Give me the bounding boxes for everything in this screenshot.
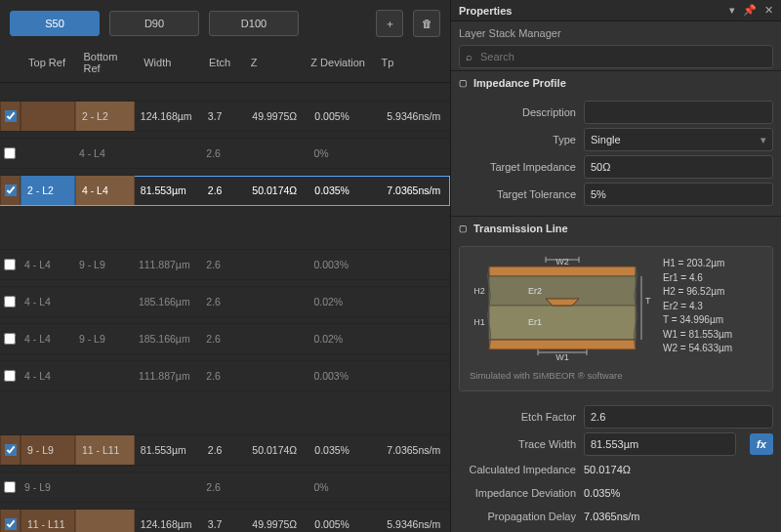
cell-bot: 2 - L2 [75, 102, 135, 131]
cell-e: 2.6 [200, 287, 245, 316]
cell-z: 50.0174Ω [246, 176, 308, 205]
section-transmission-line[interactable]: ▢Transmission Line [451, 216, 781, 240]
cell-bot: 4 - L4 [73, 139, 133, 168]
search-input[interactable] [478, 50, 766, 63]
svg-rect-2 [489, 306, 636, 340]
cell-z [245, 250, 308, 279]
row-checkbox[interactable] [4, 481, 16, 493]
cell-w: 111.887µm [133, 250, 200, 279]
row-checkbox[interactable] [4, 147, 16, 159]
add-profile-button[interactable]: ＋ [376, 10, 403, 37]
table-row[interactable]: 9 - L92.60% [0, 472, 450, 503]
header-width[interactable]: Width [140, 53, 205, 72]
panel-subtitle: Layer Stack Manager [459, 27, 773, 39]
panel-dropdown-icon[interactable]: ▾ [729, 4, 735, 17]
svg-text:W2: W2 [555, 257, 569, 266]
legend-item: Er2 = 4.3 [663, 300, 762, 314]
table-row[interactable]: 4 - L42.60% [0, 139, 450, 169]
cell-w: 185.166µm [133, 287, 200, 316]
search-box[interactable]: ⌕ [459, 45, 773, 68]
cell-tp: 7.0365ns/m [381, 176, 450, 205]
svg-text:H1: H1 [473, 317, 485, 327]
section-impedance-profile[interactable]: ▢Impedance Profile [451, 70, 781, 95]
header-bottom-ref[interactable]: Bottom Ref [80, 47, 141, 78]
cell-e: 3.7 [202, 102, 247, 131]
table-row[interactable]: 4 - L49 - L9185.166µm2.60.02% [0, 324, 450, 354]
tab-d100[interactable]: D100 [209, 11, 299, 36]
cell-bot: 4 - L4 [75, 176, 135, 205]
profile-input[interactable]: 5% [584, 183, 773, 206]
cell-top: 4 - L4 [19, 287, 73, 316]
cell-z [245, 361, 308, 390]
row-checkbox[interactable] [5, 110, 17, 122]
svg-rect-3 [489, 340, 636, 349]
cell-e: 2.6 [200, 324, 245, 353]
table-row[interactable]: 4 - L4185.166µm2.60.02% [0, 287, 450, 317]
cell-e: 2.6 [200, 250, 245, 279]
header-top-ref[interactable]: Top Ref [24, 53, 79, 72]
cell-w: 81.553µm [135, 176, 202, 205]
cell-z: 49.9975Ω [246, 102, 308, 131]
cell-tp: 5.9346ns/m [381, 510, 450, 532]
table-row[interactable]: 2 - L24 - L481.553µm2.650.0174Ω0.035%7.0… [0, 176, 450, 206]
table-row[interactable]: 9 - L911 - L1181.553µm2.650.0174Ω0.035%7… [0, 435, 450, 466]
row-checkbox[interactable] [4, 259, 16, 270]
profile-label: Target Impedance [459, 161, 576, 173]
properties-panel: Properties ▾ 📌 ✕ Layer Stack Manager ⌕ ▢… [450, 0, 781, 532]
panel-close-icon[interactable]: ✕ [764, 4, 773, 17]
row-checkbox[interactable] [4, 333, 16, 345]
header-z[interactable]: Z [247, 53, 308, 72]
profile-select[interactable]: Single▾ [584, 128, 773, 151]
cell-e: 2.6 [200, 472, 245, 502]
delete-profile-button[interactable]: 🗑 [413, 10, 440, 37]
row-checkbox[interactable] [5, 518, 17, 530]
tline-input[interactable]: 2.6 [584, 405, 773, 429]
row-checkbox[interactable] [5, 184, 17, 196]
cell-z: 49.9975Ω [246, 510, 308, 532]
profile-label: Target Tolerance [459, 188, 576, 200]
fx-button[interactable]: fx [750, 433, 773, 455]
tline-label: Propagation Delay [459, 511, 576, 522]
search-icon: ⌕ [466, 51, 473, 62]
profile-input[interactable] [584, 101, 773, 124]
cell-zd: 0.003% [308, 250, 380, 279]
header-z-deviation[interactable]: Z Deviation [307, 53, 377, 72]
table-row[interactable]: 11 - L11124.168µm3.749.9975Ω0.005%5.9346… [0, 510, 450, 532]
svg-text:Er2: Er2 [528, 286, 542, 296]
profile-label: Description [459, 106, 576, 118]
cell-top: 9 - L9 [19, 472, 73, 502]
tab-d90[interactable]: D90 [109, 11, 199, 36]
panel-pin-icon[interactable]: 📌 [743, 4, 757, 17]
cell-bot [73, 287, 133, 316]
cell-bot: 9 - L9 [73, 324, 133, 353]
cell-top: 4 - L4 [19, 250, 73, 279]
cell-tp: 5.9346ns/m [381, 102, 450, 131]
table-row[interactable]: 4 - L49 - L9111.887µm2.60.003% [0, 250, 450, 280]
table-row[interactable]: 2 - L2124.168µm3.749.9975Ω0.005%5.9346ns… [0, 102, 450, 132]
legend-item: W2 = 54.633µm [663, 342, 762, 356]
diagram-legend: H1 = 203.2µmEr1 = 4.6H2 = 96.52µmEr2 = 4… [663, 257, 762, 364]
svg-text:W1: W1 [555, 352, 569, 362]
cell-zd: 0.005% [308, 102, 381, 131]
tab-s50[interactable]: S50 [10, 11, 100, 36]
cell-top: 4 - L4 [19, 324, 73, 353]
row-checkbox[interactable] [4, 296, 16, 307]
cell-tp: 7.0365ns/m [381, 435, 450, 465]
legend-item: Er1 = 4.6 [663, 271, 762, 286]
svg-text:T: T [645, 296, 651, 306]
grid-header: Top Ref Bottom Ref Width Etch Z Z Deviat… [0, 43, 450, 83]
transmission-line-diagram: W2 W1 H2 H1 Er2 Er1 T H1 = 203.2µmEr1 = … [459, 246, 773, 391]
profile-label: Type [459, 134, 576, 145]
header-etch[interactable]: Etch [205, 53, 247, 72]
table-row[interactable]: 4 - L4111.887µm2.60.003% [0, 361, 450, 391]
tline-input[interactable]: 81.553µm [584, 432, 736, 456]
row-checkbox[interactable] [5, 444, 17, 456]
legend-item: T = 34.996µm [663, 313, 762, 328]
svg-rect-0 [489, 266, 636, 276]
profile-input[interactable]: 50Ω [584, 155, 773, 179]
cell-tp [381, 361, 450, 390]
tline-label: Etch Factor [459, 411, 576, 423]
row-checkbox[interactable] [4, 370, 16, 382]
cell-z [245, 139, 308, 168]
header-tp[interactable]: Tp [377, 53, 444, 72]
